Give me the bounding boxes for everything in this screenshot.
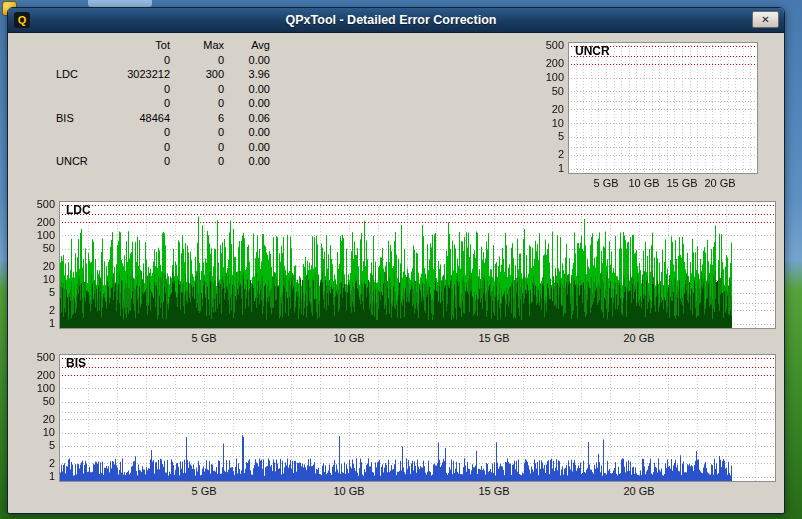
background-window-fragment: [88, 0, 152, 7]
ldc-x-tick-label: 5 GB: [191, 332, 216, 344]
bis-y-tick-label: 100: [13, 382, 55, 394]
uncr-y-tick-label: 200: [522, 57, 564, 69]
ldc-y-tick-label: 100: [13, 229, 55, 241]
uncr-y-tick-label: 20: [522, 103, 564, 115]
stats-cell-avg: 0.00: [224, 140, 270, 155]
desktop-background: Q QPxTool - Detailed Error Correction ✕ …: [0, 0, 802, 519]
uncr-x-tick-label: 20 GB: [704, 177, 735, 189]
ldc-y-tick-label: 1: [13, 317, 55, 329]
uncr-y-tick-label: 500: [522, 39, 564, 51]
bis-y-tick-label: 200: [13, 369, 55, 381]
ldc-plot: [59, 201, 776, 329]
stats-row-label: [42, 140, 88, 155]
bis-chart-title: BIS: [66, 356, 86, 370]
stats-row-label: BIS: [42, 111, 88, 126]
uncr-y-tick-label: 1: [522, 162, 564, 174]
ldc-y-tick-label: 2: [13, 304, 55, 316]
bis-y-tick-label: 20: [13, 413, 55, 425]
bis-y-tick-label: 10: [13, 426, 55, 438]
uncr-y-tick-label: 2: [522, 148, 564, 160]
uncr-x-tick-label: 15 GB: [666, 177, 697, 189]
stats-cell-max: 0: [170, 53, 224, 68]
bis-y-tick-label: 500: [13, 351, 55, 363]
stats-cell-tot: 0: [88, 96, 170, 111]
ldc-x-tick-label: 15 GB: [478, 332, 509, 344]
stats-cell-tot: 0: [88, 53, 170, 68]
bis-plot: [59, 354, 776, 482]
stats-cell-tot: 0: [88, 125, 170, 140]
ldc-y-tick-label: 500: [13, 198, 55, 210]
uncr-y-tick-label: 5: [522, 130, 564, 142]
bis-x-tick-label: 5 GB: [191, 485, 216, 497]
stats-row-label: UNCR: [42, 154, 88, 169]
stats-cell-avg: 0.00: [224, 96, 270, 111]
stats-header-tot: Tot: [88, 38, 170, 53]
stats-cell-max: 0: [170, 82, 224, 97]
uncr-chart-title: UNCR: [575, 44, 610, 58]
ldc-y-tick-label: 20: [13, 260, 55, 272]
stats-cell-max: 0: [170, 154, 224, 169]
bis-y-tick-label: 2: [13, 457, 55, 469]
stats-row-label: [42, 125, 88, 140]
stats-cell-avg: 0.00: [224, 154, 270, 169]
stats-cell-max: 0: [170, 140, 224, 155]
window-titlebar[interactable]: Q QPxTool - Detailed Error Correction ✕: [8, 8, 784, 33]
stats-cell-max: 0: [170, 96, 224, 111]
bis-y-tick-label: 5: [13, 439, 55, 451]
stats-cell-avg: 3.96: [224, 67, 270, 82]
stats-cell-avg: 0.00: [224, 125, 270, 140]
stats-header-max: Max: [170, 38, 224, 53]
stats-cell-avg: 0.00: [224, 53, 270, 68]
ldc-chart-title: LDC: [66, 203, 91, 217]
stats-header-avg: Avg: [224, 38, 270, 53]
stats-row-label: [42, 82, 88, 97]
bis-x-tick-label: 15 GB: [478, 485, 509, 497]
ldc-y-tick-label: 50: [13, 242, 55, 254]
stats-table: Tot Max Avg 0 0 0.00 LDC 3023212 300 3.9…: [42, 38, 270, 169]
qpxtool-window: Q QPxTool - Detailed Error Correction ✕ …: [7, 7, 785, 514]
stats-row-label: LDC: [42, 67, 88, 82]
stats-cell-max: 300: [170, 67, 224, 82]
ldc-y-tick-label: 10: [13, 273, 55, 285]
stats-cell-avg: 0.06: [224, 111, 270, 126]
ldc-y-tick-label: 200: [13, 216, 55, 228]
close-button[interactable]: ✕: [752, 11, 779, 28]
uncr-x-tick-label: 5 GB: [593, 177, 618, 189]
bis-y-tick-label: 50: [13, 395, 55, 407]
app-icon-letter: Q: [18, 14, 27, 26]
uncr-y-tick-label: 100: [522, 71, 564, 83]
stats-row-label: [42, 96, 88, 111]
uncr-y-tick-label: 50: [522, 85, 564, 97]
close-icon: ✕: [761, 14, 769, 25]
bis-x-tick-label: 10 GB: [333, 485, 364, 497]
uncr-plot: [568, 42, 758, 174]
stats-cell-tot: 3023212: [88, 67, 170, 82]
stats-cell-tot: 0: [88, 140, 170, 155]
stats-corner: [42, 38, 88, 53]
stats-cell-max: 6: [170, 111, 224, 126]
uncr-y-tick-label: 10: [522, 117, 564, 129]
window-content: Tot Max Avg 0 0 0.00 LDC 3023212 300 3.9…: [8, 33, 784, 513]
qpxtool-app-icon[interactable]: Q: [14, 12, 30, 28]
ldc-x-tick-label: 20 GB: [623, 332, 654, 344]
stats-row-label: [42, 53, 88, 68]
uncr-x-tick-label: 10 GB: [628, 177, 659, 189]
stats-cell-tot: 0: [88, 82, 170, 97]
bis-y-tick-label: 1: [13, 470, 55, 482]
stats-cell-max: 0: [170, 125, 224, 140]
window-title: QPxTool - Detailed Error Correction: [38, 8, 744, 32]
ldc-y-tick-label: 5: [13, 286, 55, 298]
stats-cell-tot: 0: [88, 154, 170, 169]
bis-x-tick-label: 20 GB: [623, 485, 654, 497]
stats-cell-tot: 48464: [88, 111, 170, 126]
stats-cell-avg: 0.00: [224, 82, 270, 97]
ldc-x-tick-label: 10 GB: [333, 332, 364, 344]
